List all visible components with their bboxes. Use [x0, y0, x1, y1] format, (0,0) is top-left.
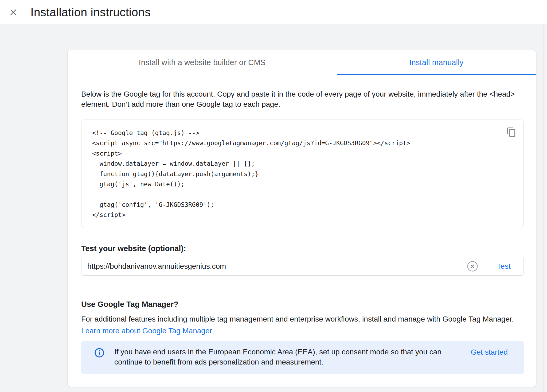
dialog-header: Installation instructions — [0, 0, 547, 25]
copy-icon — [506, 127, 517, 137]
copy-button[interactable] — [504, 125, 519, 140]
code-line: window.dataLayer = window.dataLayer || [… — [92, 159, 491, 169]
website-url-input[interactable] — [87, 262, 466, 271]
get-started-link[interactable]: Get started — [471, 347, 508, 358]
close-button[interactable] — [7, 6, 20, 19]
google-tag-code-block: <!-- Google tag (gtag.js) --> <script as… — [81, 120, 524, 228]
installation-card: Install with a website builder or CMS In… — [67, 50, 536, 387]
gtm-heading: Use Google Tag Manager? — [81, 300, 524, 309]
intro-text: Below is the Google tag for this account… — [81, 89, 524, 109]
code-line: <script> — [92, 148, 491, 159]
page-title: Installation instructions — [30, 6, 151, 19]
active-tab-indicator — [337, 74, 536, 75]
clear-circle-icon — [467, 260, 478, 272]
card-body: Below is the Google tag for this account… — [68, 89, 536, 387]
code-line: </script> — [92, 210, 491, 220]
code-line: <script async src="https://www.googletag… — [92, 138, 491, 148]
gtm-description: For additional features including multip… — [81, 314, 524, 324]
code-line: function gtag(){dataLayer.push(arguments… — [92, 169, 491, 179]
right-panel-divider — [544, 25, 544, 392]
installation-instructions-page: Installation instructions Install with a… — [0, 0, 547, 392]
code-line — [92, 189, 491, 199]
clear-url-button[interactable] — [466, 260, 479, 273]
code-line: gtag('js', new Date()); — [92, 179, 491, 189]
test-button[interactable]: Test — [484, 257, 523, 275]
tab-bar: Install with a website builder or CMS In… — [68, 50, 536, 75]
code-line: gtag('config', 'G-JKGDS3RG09'); — [92, 200, 491, 210]
test-website-heading: Test your website (optional): — [81, 244, 524, 253]
info-icon — [94, 347, 105, 358]
consent-mode-banner: If you have end users in the European Ec… — [81, 341, 524, 374]
tab-install-manually[interactable]: Install manually — [337, 50, 536, 75]
close-icon — [9, 8, 18, 17]
test-url-row: Test — [81, 257, 524, 276]
tab-install-cms[interactable]: Install with a website builder or CMS — [68, 50, 337, 75]
website-url-field — [81, 257, 484, 275]
banner-text: If you have end users in the European Ec… — [114, 347, 463, 367]
code-line: <!-- Google tag (gtag.js) --> — [92, 128, 491, 138]
gtm-learn-more-link[interactable]: Learn more about Google Tag Manager — [81, 326, 212, 336]
